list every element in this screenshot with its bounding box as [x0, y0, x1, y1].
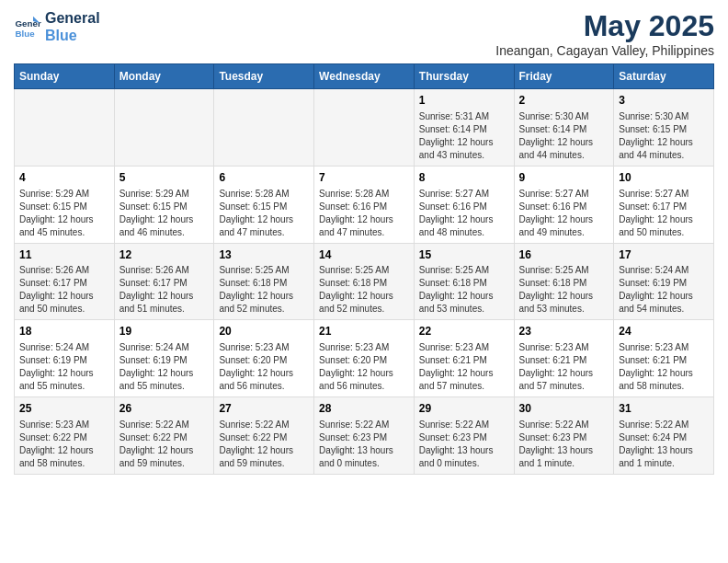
day-number: 15	[419, 247, 509, 263]
day-info-line: Sunrise: 5:22 AM	[219, 419, 309, 431]
day-info-line: and 55 minutes.	[119, 380, 210, 393]
day-number: 29	[419, 401, 509, 417]
day-info-line: Sunset: 6:15 PM	[619, 123, 709, 136]
day-info-line: Daylight: 13 hours	[519, 444, 609, 457]
day-info-line: and 58 minutes.	[619, 380, 709, 393]
day-info-line: Sunset: 6:20 PM	[219, 354, 309, 367]
day-info-line: and 55 minutes.	[19, 380, 109, 393]
day-info-line: Sunset: 6:18 PM	[319, 277, 409, 290]
day-info-line: and 53 minutes.	[419, 303, 509, 316]
day-cell	[15, 89, 115, 167]
day-info-line: Sunrise: 5:23 AM	[19, 419, 109, 431]
day-info-line: Sunset: 6:23 PM	[519, 431, 609, 444]
header-wednesday: Wednesday	[314, 64, 415, 89]
day-info-line: Daylight: 12 hours	[419, 367, 509, 380]
calendar-table: SundayMondayTuesdayWednesdayThursdayFrid…	[14, 63, 714, 475]
day-info-line: Daylight: 13 hours	[619, 444, 709, 457]
day-info-line: Sunset: 6:15 PM	[19, 201, 109, 213]
day-info-line: Sunrise: 5:22 AM	[519, 419, 609, 431]
header-row: SundayMondayTuesdayWednesdayThursdayFrid…	[15, 64, 714, 89]
day-info-line: and 0 minutes.	[419, 457, 509, 470]
title-area: May 2025 Ineangan, Cagayan Valley, Phili…	[495, 9, 714, 58]
day-info-line: Sunset: 6:18 PM	[519, 277, 609, 290]
header-thursday: Thursday	[414, 64, 514, 89]
day-info-line: Sunrise: 5:27 AM	[419, 188, 509, 201]
day-number: 1	[419, 93, 509, 109]
day-number: 16	[519, 247, 609, 263]
day-info-line: Sunrise: 5:28 AM	[219, 188, 309, 201]
week-row-5: 25Sunrise: 5:23 AMSunset: 6:22 PMDayligh…	[15, 397, 714, 475]
day-info-line: Daylight: 12 hours	[519, 290, 609, 303]
day-info-line: Sunrise: 5:22 AM	[419, 419, 509, 431]
day-info-line: Daylight: 12 hours	[419, 136, 509, 149]
day-info-line: Sunrise: 5:22 AM	[319, 419, 409, 431]
day-info-line: Sunset: 6:15 PM	[119, 201, 210, 213]
day-info-line: Sunset: 6:23 PM	[419, 431, 509, 444]
day-cell: 29Sunrise: 5:22 AMSunset: 6:23 PMDayligh…	[414, 397, 514, 475]
day-number: 26	[119, 401, 210, 417]
day-info-line: Daylight: 12 hours	[619, 136, 709, 149]
day-number: 20	[219, 324, 309, 339]
day-info-line: and 57 minutes.	[519, 380, 609, 393]
day-info-line: Sunrise: 5:31 AM	[419, 110, 509, 123]
day-info-line: Daylight: 12 hours	[319, 367, 409, 380]
day-cell: 15Sunrise: 5:25 AMSunset: 6:18 PMDayligh…	[414, 243, 514, 320]
day-number: 21	[319, 324, 409, 339]
day-number: 7	[319, 170, 409, 186]
day-cell: 24Sunrise: 5:23 AMSunset: 6:21 PMDayligh…	[614, 320, 714, 397]
day-info-line: Sunrise: 5:23 AM	[319, 341, 409, 354]
day-info-line: Sunrise: 5:23 AM	[519, 341, 609, 354]
day-cell: 17Sunrise: 5:24 AMSunset: 6:19 PMDayligh…	[614, 243, 714, 320]
day-number: 19	[119, 324, 210, 339]
day-info-line: Daylight: 12 hours	[219, 290, 309, 303]
day-number: 5	[119, 170, 210, 186]
day-number: 11	[19, 247, 109, 263]
day-info-line: Sunset: 6:19 PM	[19, 354, 109, 367]
day-cell: 8Sunrise: 5:27 AMSunset: 6:16 PMDaylight…	[414, 166, 514, 243]
day-info-line: Daylight: 12 hours	[219, 213, 309, 226]
day-cell: 1Sunrise: 5:31 AMSunset: 6:14 PMDaylight…	[414, 89, 514, 167]
day-info-line: and 59 minutes.	[219, 457, 309, 470]
day-info-line: Sunrise: 5:24 AM	[619, 264, 709, 277]
day-info-line: Sunset: 6:18 PM	[419, 277, 509, 290]
day-info-line: Sunrise: 5:29 AM	[119, 188, 210, 201]
day-info-line: Sunrise: 5:26 AM	[119, 264, 210, 277]
day-number: 17	[619, 247, 709, 263]
day-info-line: Sunrise: 5:24 AM	[19, 341, 109, 354]
day-cell: 6Sunrise: 5:28 AMSunset: 6:15 PMDaylight…	[214, 166, 314, 243]
day-info-line: and 45 minutes.	[19, 226, 109, 239]
day-number: 2	[519, 93, 609, 109]
day-info-line: Sunrise: 5:25 AM	[419, 264, 509, 277]
day-info-line: Daylight: 13 hours	[319, 444, 409, 457]
day-info-line: Daylight: 12 hours	[619, 290, 709, 303]
day-info-line: and 54 minutes.	[619, 303, 709, 316]
day-cell: 2Sunrise: 5:30 AMSunset: 6:14 PMDaylight…	[514, 89, 614, 167]
day-info-line: and 47 minutes.	[319, 226, 409, 239]
day-info-line: Daylight: 12 hours	[319, 213, 409, 226]
day-info-line: Sunset: 6:16 PM	[519, 201, 609, 213]
day-info-line: Daylight: 12 hours	[519, 213, 609, 226]
day-info-line: Sunset: 6:21 PM	[419, 354, 509, 367]
day-number: 28	[319, 401, 409, 417]
day-cell: 18Sunrise: 5:24 AMSunset: 6:19 PMDayligh…	[15, 320, 115, 397]
day-cell: 30Sunrise: 5:22 AMSunset: 6:23 PMDayligh…	[514, 397, 614, 475]
day-number: 6	[219, 170, 309, 186]
day-cell: 23Sunrise: 5:23 AMSunset: 6:21 PMDayligh…	[514, 320, 614, 397]
header-monday: Monday	[114, 64, 214, 89]
day-info-line: Daylight: 12 hours	[19, 444, 109, 457]
day-info-line: Sunset: 6:21 PM	[519, 354, 609, 367]
day-cell: 13Sunrise: 5:25 AMSunset: 6:18 PMDayligh…	[214, 243, 314, 320]
day-number: 24	[619, 324, 709, 339]
day-info-line: Daylight: 12 hours	[619, 213, 709, 226]
header-friday: Friday	[514, 64, 614, 89]
day-info-line: Sunset: 6:14 PM	[419, 123, 509, 136]
day-info-line: and 47 minutes.	[219, 226, 309, 239]
header-saturday: Saturday	[614, 64, 714, 89]
day-info-line: and 56 minutes.	[219, 380, 309, 393]
header-sunday: Sunday	[15, 64, 115, 89]
logo: General Blue General Blue	[14, 9, 100, 44]
day-info-line: Sunrise: 5:25 AM	[219, 264, 309, 277]
day-info-line: and 0 minutes.	[319, 457, 409, 470]
day-info-line: Daylight: 12 hours	[219, 367, 309, 380]
day-info-line: and 50 minutes.	[619, 226, 709, 239]
